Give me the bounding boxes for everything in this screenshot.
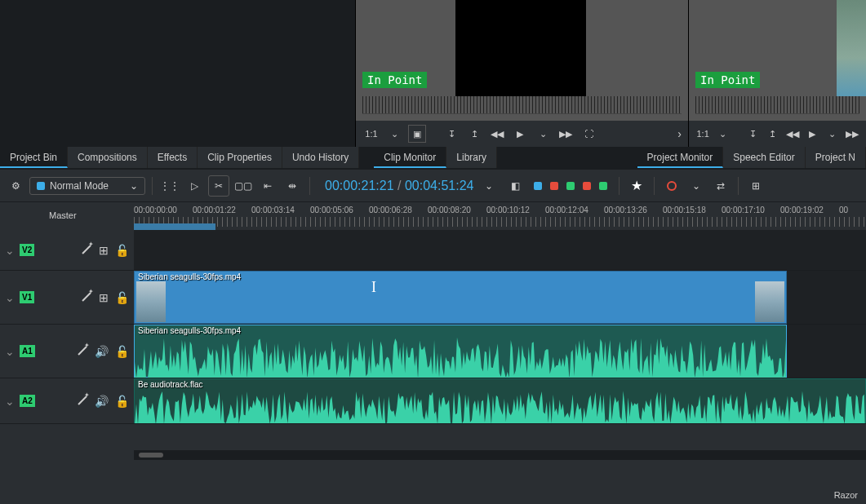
record-icon[interactable] [661,175,682,197]
tab-project-notes[interactable]: Project N [806,147,866,168]
clip-monitor-panel[interactable]: In Point 1:1 ⌄ ▣ ↧ ↥ ◀◀ ▶ ⌄ ▶▶ ⛶ › [356,0,689,147]
track-head-v2[interactable]: ⌄ V2 ⊞ 🔓 [0,230,134,270]
razor-tool-icon[interactable]: ✂ [208,175,229,197]
lock-icon[interactable]: 🔓 [115,395,129,408]
track-tag-v1[interactable]: V1 [20,291,34,303]
grid-icon[interactable]: ⊞ [745,175,766,197]
ruler-tick-label: 00:00:06:28 [369,206,428,214]
expand-icon[interactable]: ⌄ [5,291,15,304]
track-content-a1[interactable]: Siberian seagulls-30fps.mp4 [134,325,866,378]
timecode-display[interactable]: 00:00:21:21 / 00:04:51:24 [325,178,473,193]
timeline-scrollbar[interactable] [134,450,866,460]
tab-effects[interactable]: Effects [148,147,198,168]
clip-monitor-ruler[interactable] [362,96,682,114]
timeline[interactable]: Master 00:00:00:0000:00:01:2200:00:03:14… [0,202,866,480]
set-in-proj-icon[interactable]: ↧ [745,125,760,143]
mute-icon[interactable]: 🔊 [95,345,109,358]
rewind-proj-icon[interactable]: ◀◀ [785,125,800,143]
track-tag-v2[interactable]: V2 [20,244,34,256]
project-monitor-ruler[interactable] [695,96,859,114]
clip-label: Siberian seagulls-30fps.mp4 [138,272,241,281]
current-tool-label: Razor [834,490,858,500]
track-head-v1[interactable]: ⌄ V1 ⊞ 🔓 [0,271,134,324]
effects-icon[interactable] [81,291,92,303]
settings-icon[interactable]: ⚙ [5,175,26,197]
play-dropdown-proj-icon[interactable]: ⌄ [824,125,839,143]
tab-project-monitor[interactable]: Project Monitor [637,147,724,168]
tab-clip-monitor[interactable]: Clip Monitor [374,147,446,168]
track-head-a1[interactable]: ⌄ A1 🔊 🔓 [0,325,134,378]
lock-icon[interactable]: 🔓 [115,345,129,358]
ruler-tick-label: 00:00:17:10 [722,206,780,214]
favorite-icon[interactable]: ★ [631,178,642,193]
spacer-tool-icon[interactable]: ▢▢ [233,175,254,197]
clip-video-1[interactable]: Siberian seagulls-30fps.mp4 [134,271,787,324]
proj-tabs: Project Monitor Speech Editor Project N [637,147,866,168]
track-content-a2[interactable]: Be audiotrack.flac [134,378,866,423]
timeline-toolbar: ⚙ Normal Mode ⌄ ⋮⋮ ▷ ✂ ▢▢ ⇤ ⇹ 00:00:21:2… [0,170,866,202]
project-bin-panel [0,0,356,147]
set-out-proj-icon[interactable]: ↥ [766,125,780,143]
mute-icon[interactable]: 🔊 [95,395,109,408]
lock-icon[interactable]: 🔓 [115,291,129,304]
visibility-icon[interactable]: ⊞ [99,291,109,304]
crop-icon[interactable]: ⛶ [580,125,597,143]
clip-thumbnail-in [136,281,166,322]
shuffle-icon[interactable]: ⇄ [710,175,731,197]
statusbar: Razor [0,486,866,504]
play-dropdown-icon[interactable]: ⌄ [534,125,552,143]
effects-icon[interactable] [77,345,88,356]
track-content-v1[interactable]: Siberian seagulls-30fps.mp4 [134,271,866,324]
track-v2: ⌄ V2 ⊞ 🔓 [0,230,866,271]
visibility-icon[interactable]: ⊞ [99,244,109,257]
ruler-tick-label: 00:00:13:26 [604,206,663,214]
tab-speech-editor[interactable]: Speech Editor [723,147,805,168]
track-tag-a2[interactable]: A2 [20,395,35,407]
timecode-dropdown-icon[interactable]: ⌄ [485,180,493,192]
lock-icon[interactable]: 🔓 [115,244,129,257]
expand-icon[interactable]: ⌄ [5,395,15,408]
effects-icon[interactable] [81,244,92,255]
play-cursor-icon[interactable]: ▷ [184,175,205,197]
tab-compositions[interactable]: Compositions [68,147,148,168]
clip-audio-2[interactable]: Be audiotrack.flac [134,378,866,423]
set-out-icon[interactable]: ↥ [465,125,483,143]
effects-icon[interactable] [77,395,88,406]
project-monitor-panel[interactable]: In Point 1:1 ⌄ ↧ ↥ ◀◀ ▶ ⌄ ▶▶ [689,0,866,147]
clip-audio-1[interactable]: Siberian seagulls-30fps.mp4 [134,325,787,378]
clip-thumbnail-out [755,281,784,322]
full-extent-icon[interactable]: ▣ [408,125,426,143]
forward-icon[interactable]: ▶▶ [557,125,575,143]
zoom-ratio[interactable]: 1:1 [362,125,380,143]
marker-colors[interactable] [534,182,607,190]
track-a2: ⌄ A2 🔊 🔓 Be audiotrack.flac [0,378,866,424]
zoom-dropdown-proj-icon[interactable]: ⌄ [715,125,730,143]
tab-library[interactable]: Library [446,147,497,168]
zoom-ratio-proj[interactable]: 1:1 [695,125,710,143]
play-proj-icon[interactable]: ▶ [805,125,819,143]
edit-mode-select[interactable]: Normal Mode ⌄ [29,177,145,195]
track-compositing-icon[interactable]: ⋮⋮ [159,175,180,197]
ruler-tick-label: 00:00:15:18 [663,206,722,214]
rewind-icon[interactable]: ◀◀ [488,125,506,143]
ripple-in-icon[interactable]: ⇤ [257,175,278,197]
ripple-out-icon[interactable]: ⇹ [282,175,303,197]
zone-selection[interactable] [134,223,215,230]
set-in-icon[interactable]: ↧ [442,125,460,143]
tab-undo-history[interactable]: Undo History [282,147,359,168]
track-head-a2[interactable]: ⌄ A2 🔊 🔓 [0,378,134,423]
tab-project-bin[interactable]: Project Bin [0,147,68,168]
tab-clip-properties[interactable]: Clip Properties [198,147,282,168]
timeline-ruler[interactable]: 00:00:00:0000:00:01:2200:00:03:1400:00:0… [134,202,866,227]
forward-proj-icon[interactable]: ▶▶ [845,125,859,143]
play-icon[interactable]: ▶ [511,125,529,143]
track-tag-a1[interactable]: A1 [20,345,35,357]
zone-icon[interactable]: ◧ [504,175,526,197]
scrollbar-thumb[interactable] [139,453,163,458]
expand-icon[interactable]: ⌄ [5,244,15,257]
expand-icon[interactable]: ⌄ [5,345,15,358]
more-icon[interactable]: › [677,127,682,140]
record-dropdown-icon[interactable]: ⌄ [686,175,707,197]
track-content-v2[interactable] [134,230,866,270]
zoom-dropdown-icon[interactable]: ⌄ [385,125,403,143]
